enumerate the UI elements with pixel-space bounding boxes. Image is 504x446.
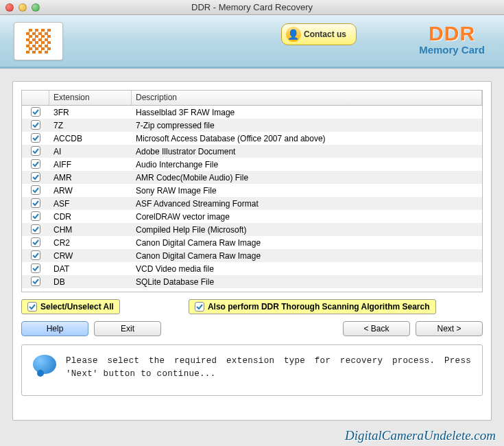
logo-icon (26, 29, 51, 54)
extension-table: Extension Description 3FRHasselblad 3F R… (21, 90, 483, 292)
exit-button[interactable]: Exit (94, 321, 161, 336)
table-row[interactable]: CRWCanon Digital Camera Raw Image (22, 249, 482, 262)
table-body[interactable]: 3FRHasselblad 3F RAW Image7Z7-Zip compre… (22, 106, 482, 292)
thorough-label: Also perform DDR Thorough Scanning Algor… (208, 302, 430, 312)
window-title: DDR - Memory Card Recovery (0, 2, 504, 12)
row-checkbox[interactable] (22, 198, 49, 209)
table-row[interactable]: CHMCompiled Help File (Microsoft) (22, 223, 482, 236)
table-row[interactable]: 7Z7-Zip compressed file (22, 119, 482, 132)
row-description: Sony RAW Image File (132, 186, 482, 196)
table-row[interactable]: ACCDBMicrosoft Access Database (Office 2… (22, 132, 482, 145)
row-extension: 3FR (49, 108, 132, 117)
table-row[interactable]: DATVCD Video media file (22, 262, 482, 275)
table-row[interactable]: 3FRHasselblad 3F RAW Image (22, 106, 482, 119)
header-checkbox-col (22, 91, 49, 105)
row-description: Canon Digital Camera Raw Image (132, 238, 482, 248)
checkbox-icon (27, 302, 37, 312)
row-extension: CHM (49, 225, 132, 235)
table-row[interactable]: CR2Canon Digital Camera Raw Image (22, 236, 482, 249)
row-description: AMR Codec(Mobile Audio) File (132, 173, 482, 183)
options-row: Select/Unselect All Also perform DDR Tho… (21, 299, 483, 314)
checkbox-icon (195, 302, 204, 312)
select-all-label: Select/Unselect All (40, 302, 114, 312)
row-description: 7-Zip compressed file (132, 121, 482, 130)
row-checkbox[interactable] (22, 211, 49, 222)
contact-label: Contact us (304, 30, 346, 39)
row-checkbox[interactable] (22, 172, 49, 183)
table-row[interactable]: CDRCorelDRAW vector image (22, 210, 482, 223)
row-extension: CDR (49, 212, 132, 222)
row-checkbox[interactable] (22, 146, 49, 157)
row-checkbox[interactable] (22, 107, 49, 118)
brand-name: DDR (419, 22, 485, 45)
help-button[interactable]: Help (21, 321, 88, 336)
row-description: Compiled Help File (Microsoft) (132, 225, 482, 235)
row-checkbox[interactable] (22, 237, 49, 248)
row-extension: ASF (49, 199, 132, 209)
row-checkbox[interactable] (22, 277, 49, 287)
back-button[interactable]: < Back (343, 321, 410, 336)
table-row[interactable]: AIAdobe Illustrator Document (22, 145, 482, 158)
row-extension: AI (49, 147, 132, 156)
speech-bubble-icon (33, 355, 56, 374)
row-checkbox[interactable] (22, 185, 49, 196)
next-button[interactable]: Next > (416, 321, 483, 336)
row-extension: 7Z (49, 121, 132, 130)
header-description[interactable]: Description (132, 91, 482, 105)
main-panel: Extension Description 3FRHasselblad 3F R… (12, 81, 492, 421)
thorough-scan-toggle[interactable]: Also perform DDR Thorough Scanning Algor… (189, 299, 436, 314)
row-description: Canon Digital Camera Raw Image (132, 251, 482, 261)
table-row[interactable]: ARWSony RAW Image File (22, 184, 482, 197)
row-description: VCD Video media file (132, 264, 482, 274)
row-description: Adobe Illustrator Document (132, 147, 482, 156)
row-extension: DB (49, 277, 132, 287)
titlebar: DDR - Memory Card Recovery (0, 0, 504, 15)
app-logo (14, 22, 63, 60)
row-description: CorelDRAW vector image (132, 212, 482, 222)
brand-subtitle: Memory Card (419, 44, 485, 56)
table-header: Extension Description (22, 91, 482, 106)
row-checkbox[interactable] (22, 120, 49, 131)
row-extension: CR2 (49, 238, 132, 248)
row-checkbox[interactable] (22, 224, 49, 235)
footer-link[interactable]: DigitalCameraUndelete.com (345, 428, 496, 443)
table-row[interactable]: AMRAMR Codec(Mobile Audio) File (22, 171, 482, 184)
app-header: 👤 Contact us DDR Memory Card (0, 15, 504, 69)
table-row[interactable]: ASFASF Advanced Streaming Format (22, 197, 482, 210)
row-extension: DAT (49, 264, 132, 274)
table-row[interactable]: AIFFAudio Interchange File (22, 158, 482, 171)
row-description: ASF Advanced Streaming Format (132, 199, 482, 209)
row-description: SQLite Database File (132, 277, 482, 287)
contact-icon: 👤 (286, 27, 301, 42)
info-panel: Please select the required extension typ… (21, 344, 483, 396)
row-extension: CRW (49, 251, 132, 261)
row-checkbox[interactable] (22, 133, 49, 144)
table-row[interactable]: DBSQLite Database File (22, 275, 482, 288)
header-extension[interactable]: Extension (49, 91, 132, 105)
select-all-toggle[interactable]: Select/Unselect All (21, 299, 120, 314)
row-description: Microsoft Access Database (Office 2007 a… (132, 134, 482, 143)
row-checkbox[interactable] (22, 159, 49, 170)
contact-us-button[interactable]: 👤 Contact us (281, 23, 357, 45)
row-extension: ACCDB (49, 134, 132, 143)
row-extension: AIFF (49, 160, 132, 169)
button-row: Help Exit < Back Next > (21, 321, 483, 336)
row-description: Hasselblad 3F RAW Image (132, 108, 482, 117)
row-extension: ARW (49, 186, 132, 196)
row-checkbox[interactable] (22, 250, 49, 261)
row-checkbox[interactable] (22, 263, 49, 274)
info-text: Please select the required extension typ… (66, 355, 471, 381)
row-extension: AMR (49, 173, 132, 183)
row-description: Audio Interchange File (132, 160, 482, 169)
brand: DDR Memory Card (419, 22, 485, 56)
